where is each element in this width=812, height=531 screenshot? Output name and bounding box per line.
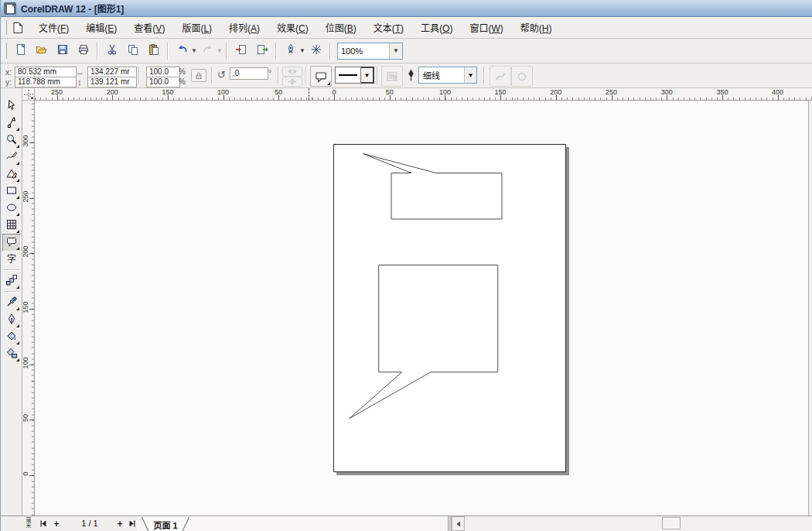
outline-width-value: 细线 [419, 67, 464, 83]
ruler-origin-button[interactable] [22, 88, 35, 101]
flyout-indicator [16, 341, 19, 344]
y-position-field[interactable] [15, 77, 77, 87]
import-button[interactable] [231, 41, 251, 60]
add-page-after-button[interactable]: + [114, 518, 126, 529]
redo-button-dropdown[interactable]: ▼ [217, 47, 223, 54]
degree-label: ° [268, 69, 271, 77]
rotation-angle-field[interactable] [230, 67, 268, 80]
zoom-level-combobox[interactable]: 100% ▼ [337, 43, 403, 60]
undo-button-dropdown[interactable]: ▼ [191, 47, 197, 54]
vertical-scrollbar[interactable] [808, 101, 812, 516]
menu-window[interactable]: 窗口(W) [461, 19, 511, 36]
save-button[interactable] [53, 41, 72, 60]
outline-tool[interactable] [2, 311, 21, 329]
eyedropper-tool[interactable] [2, 294, 21, 312]
menu-layout[interactable]: 版面(L) [173, 19, 220, 36]
horizontal-scrollbar[interactable] [452, 516, 812, 531]
mirror-vertical-button[interactable] [282, 77, 302, 87]
scale-vertical-field[interactable] [146, 77, 180, 87]
canvas-workspace[interactable] [35, 101, 808, 516]
pick-icon [5, 99, 18, 115]
mirror-horizontal-button[interactable] [282, 67, 302, 77]
copy-button[interactable] [123, 41, 142, 60]
fill-tool[interactable] [2, 328, 21, 346]
launcher-icon [285, 43, 297, 59]
menu-effects[interactable]: 效果(C) [268, 19, 317, 36]
interactive-blend-tool[interactable] [2, 272, 21, 290]
document-restore-icon[interactable] [12, 22, 24, 34]
outline-width-combobox[interactable]: 细线 ▼ [418, 67, 477, 84]
stdbar-grip[interactable] [3, 43, 7, 60]
outline-style-selector[interactable]: ▼ [335, 67, 374, 84]
shape-tool[interactable] [2, 115, 21, 132]
perfect-shapes-button[interactable] [310, 66, 332, 87]
menu-edit[interactable]: 编辑(E) [77, 19, 125, 36]
ellipse-tool[interactable] [2, 200, 21, 218]
flyout-indicator [16, 358, 19, 361]
graph-paper-tool[interactable] [2, 217, 21, 235]
nonproportional-scale-lock-button[interactable] [191, 69, 206, 82]
scroll-left-button[interactable] [452, 516, 465, 531]
freehand-tool[interactable] [2, 149, 21, 166]
chevron-down-icon[interactable]: ▼ [361, 67, 374, 84]
mirror-vertical-icon [285, 78, 300, 85]
menu-tools[interactable]: 工具(O) [412, 19, 461, 36]
ruler-major-tick [445, 95, 445, 100]
ruler-major-tick [29, 198, 34, 199]
toolbar-separator [167, 43, 169, 60]
application-launcher-button-dropdown[interactable]: ▼ [299, 47, 305, 54]
ruler-major-tick [667, 95, 667, 100]
paste-button[interactable] [144, 41, 163, 60]
add-page-before-button[interactable]: + [50, 518, 63, 529]
zoom-tool[interactable] [2, 132, 21, 149]
flyout-indicator [16, 307, 19, 310]
first-page-button[interactable] [36, 518, 49, 529]
cut-button[interactable] [102, 41, 121, 60]
menu-help[interactable]: 帮助(H) [512, 19, 561, 36]
chevron-down-icon[interactable]: ▼ [464, 67, 476, 83]
standard-toolbar-buttons: ▼▼▼ [10, 41, 334, 60]
menubar-grip[interactable] [3, 20, 7, 35]
menu-text[interactable]: 文本(T) [365, 19, 412, 36]
flyout-indicator [16, 162, 19, 165]
basic-shapes-tool[interactable] [2, 234, 21, 252]
svg-text:字: 字 [7, 252, 16, 264]
export-button[interactable] [252, 41, 271, 60]
menu-bar: 文件(F)编辑(E)查看(V)版面(L)排列(A)效果(C)位图(B)文本(T)… [1, 17, 812, 39]
menu-view[interactable]: 查看(V) [125, 19, 173, 36]
text-tool[interactable]: 字 [2, 251, 21, 269]
smart-drawing-tool[interactable] [2, 166, 21, 183]
ruler-major-tick [168, 95, 169, 100]
pick-tool[interactable] [2, 98, 21, 115]
zoom-level-value: 100% [338, 46, 389, 56]
wrap-paragraph-text-button[interactable] [381, 66, 403, 87]
menu-file[interactable]: 文件(F) [30, 19, 77, 36]
object-width-field[interactable] [87, 67, 137, 77]
x-position-field[interactable] [15, 67, 77, 77]
corel-online-button[interactable] [306, 41, 326, 60]
ruler-major-tick [778, 95, 779, 100]
object-height-field[interactable] [87, 77, 137, 87]
application-launcher-button[interactable] [281, 41, 300, 60]
ruler-major-tick [722, 95, 723, 100]
interactive-fill-tool[interactable] [2, 345, 21, 363]
undo-button[interactable] [172, 41, 192, 60]
scale-horizontal-field[interactable] [146, 67, 180, 77]
drawing-page[interactable] [333, 144, 566, 472]
menu-arrange[interactable]: 排列(A) [220, 19, 268, 36]
print-button[interactable] [73, 41, 93, 60]
rectangle-tool[interactable] [2, 183, 21, 200]
page-tab-1[interactable]: 页面 1 [138, 517, 193, 531]
graphic-properties-button[interactable] [490, 66, 511, 87]
new-document-button[interactable] [11, 41, 30, 60]
coreldraw-window: CorelDRAW 12 - [图形1] 文件(F)编辑(E)查看(V)版面(L… [0, 0, 812, 531]
open-button[interactable] [32, 41, 51, 60]
refresh-properties-button[interactable] [511, 66, 533, 87]
ruler-label: 0 [22, 461, 29, 487]
property-bar: x: y: ↔ ↕ % % ↺ ° [1, 63, 812, 88]
ruler-major-tick [112, 95, 113, 100]
horizontal-scrollbar-thumb[interactable] [662, 517, 681, 529]
chevron-down-icon[interactable]: ▼ [389, 43, 402, 59]
redo-button[interactable] [198, 41, 217, 60]
menu-bitmaps[interactable]: 位图(B) [317, 19, 365, 36]
